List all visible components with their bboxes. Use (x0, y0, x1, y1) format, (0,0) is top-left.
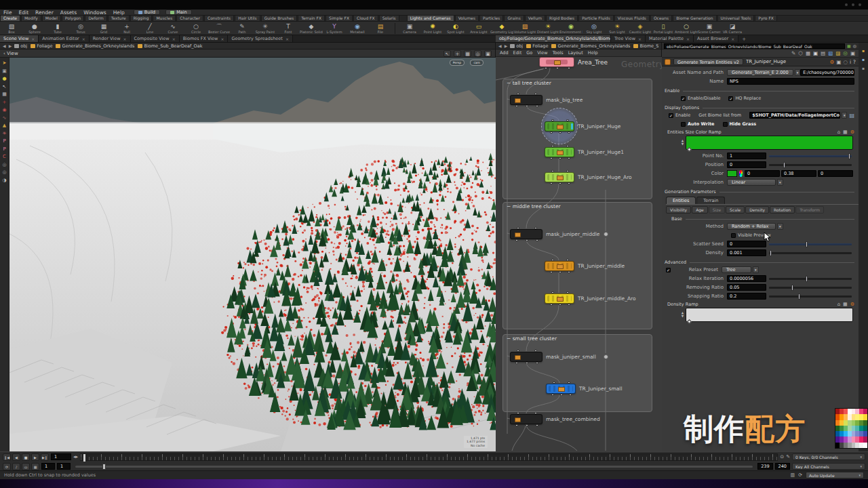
param-toolbar-icon-1[interactable]: ⬡ (798, 50, 803, 56)
close-tab-icon[interactable]: × (220, 37, 224, 41)
tool-scene-camera[interactable]: ▣Scene Camera (698, 23, 721, 34)
jump-start-button[interactable]: ❙◀ (3, 453, 11, 461)
param-toolbar-icon-8[interactable]: ▣ (850, 50, 855, 56)
tab-scale[interactable]: Scale (726, 206, 745, 214)
close-tab-icon[interactable]: × (82, 37, 85, 41)
nav-back-icon[interactable]: ◀ (3, 43, 6, 48)
parameter-path-field[interactable]: obj/Foliage/Generate_Biomes_OrkneyIsland… (664, 43, 845, 49)
menu-edit[interactable]: Edit (16, 9, 33, 16)
close-tab-icon[interactable]: × (638, 37, 642, 41)
search-icon[interactable]: ◌ (843, 59, 848, 65)
left-tool-icon-2[interactable]: ● (2, 77, 6, 81)
pane-tab-biomes-fx-view[interactable]: Biomes FX View× (180, 35, 229, 42)
node-tr-juniper-middle-aro[interactable] (545, 293, 574, 304)
tool-torus[interactable]: ◎Torus (69, 23, 92, 34)
playbar-option-1[interactable]: ♪ (12, 463, 20, 470)
relax-iteration-slider[interactable] (769, 278, 852, 280)
slider-handle[interactable] (848, 153, 850, 159)
tool-sun-light[interactable]: ☀Sun Light (606, 23, 629, 34)
spin-buttons[interactable]: ▾ (753, 266, 759, 273)
close-tab-icon[interactable]: × (31, 37, 35, 41)
viewport-tool-icon-2[interactable]: ▦ (464, 50, 471, 57)
node-mask-tree-combined[interactable] (510, 414, 542, 424)
ramp-bar[interactable] (686, 136, 853, 150)
close-tab-icon[interactable]: × (172, 37, 176, 41)
viewport-tool-icon-3[interactable]: ◎ (474, 50, 481, 57)
left-tool-icon-10[interactable]: P (3, 139, 5, 144)
wire-dot[interactable] (604, 354, 608, 359)
menu-windows[interactable]: Windows (80, 9, 109, 16)
desktop-selector[interactable]: Build (134, 9, 160, 15)
network-canvas[interactable]: Geometry − tall tree cluster− middle tre… (496, 57, 662, 451)
param-toolbar-icon-2[interactable]: ▦ (806, 50, 810, 56)
position-slider[interactable] (769, 164, 852, 166)
pane-tab-animation-editor[interactable]: Animation Editor× (39, 35, 89, 42)
tool-path[interactable]: ✎Path (231, 23, 254, 34)
shelf-tab-model[interactable]: Model (42, 16, 61, 21)
get-biome-list-from-field[interactable]: $SHOT_PATH/Data/FoliageImportConfig_Orkn… (749, 112, 840, 119)
tab-entities[interactable]: Entities (666, 197, 696, 204)
param-toolbar-icon-0[interactable]: ✎ (791, 50, 795, 56)
range-a-field[interactable]: 239 (757, 463, 772, 470)
pane-tab-render-view[interactable]: Render View× (90, 35, 131, 42)
tool-file[interactable]: ▤File (369, 23, 392, 34)
file-browse-icon[interactable]: ▤ (849, 113, 854, 119)
left-tool-icon-11[interactable]: P (3, 147, 5, 152)
timeline-edit-icon[interactable]: ✎ (786, 454, 790, 460)
left-tool-icon-12[interactable]: C (3, 155, 6, 159)
playbar-option-2[interactable]: ▭ (22, 463, 30, 470)
key-all-dropdown[interactable]: Key All Channels▾ (792, 463, 865, 470)
range-slider-handle[interactable] (102, 464, 106, 470)
checkbox-enable-disable[interactable]: ✓Enable/Disable (681, 96, 728, 101)
tool-sphere[interactable]: ●Sphere (23, 23, 46, 34)
scene-selector[interactable]: Main (165, 9, 192, 15)
network-box-small-tree-cluster[interactable]: − small tree cluster (502, 334, 652, 412)
breadcrumb-generate-biomes-orkneyislands[interactable]: Generate_Biomes_OrkneyIslands (551, 43, 630, 49)
left-tool-icon-3[interactable]: ↖ (3, 85, 7, 89)
shelf-tab-cloud-fx[interactable]: Cloud FX (353, 16, 378, 21)
shelf-tab-solaris[interactable]: Solaris (379, 16, 399, 21)
tab-density[interactable]: Density (745, 206, 769, 214)
shelf-tab-volumes[interactable]: Volumes (455, 16, 479, 21)
keys-dropdown[interactable]: 0 Keys, 0/0 Channels▾ (792, 453, 865, 460)
breadcrumb-biome-sub-beardeaf-oak[interactable]: Biome_Sub_BearDeaf_Oak (138, 43, 202, 49)
pane-tab-scene-view[interactable]: Scene View× (0, 35, 39, 42)
viewport-scene[interactable] (9, 58, 496, 451)
camera-view-button[interactable]: cam (470, 60, 484, 66)
method-dropdown[interactable]: Random + Relax (727, 223, 776, 230)
node-tr-juniper-small[interactable] (546, 384, 576, 394)
shelf-tab-biome-generation[interactable]: Biome Generation (673, 16, 716, 21)
checkbox-enable[interactable]: ✓Enable (669, 113, 698, 118)
node-tr-juniper-huge-aro[interactable] (545, 172, 574, 182)
pane-tab-asset-browser[interactable]: Asset Browser× (694, 35, 738, 42)
node-tr-juniper-middle[interactable] (545, 261, 574, 271)
tab-visibility[interactable]: Visibility (666, 206, 691, 214)
tool-box[interactable]: ▧Box (0, 23, 23, 34)
relax-preset-dropdown[interactable]: Tree (722, 266, 751, 273)
net-nav-forward-icon[interactable]: ▶ (505, 43, 508, 48)
jump-end-button[interactable]: ▶❙ (41, 453, 49, 461)
pane-tab-material-palette[interactable]: Material Palette× (646, 35, 694, 42)
close-tab-icon[interactable]: × (731, 37, 734, 41)
ramp-bar[interactable] (686, 308, 853, 322)
playhead[interactable] (83, 454, 85, 462)
ramp-icon-2[interactable]: ⚙ (850, 129, 854, 135)
edge-icon-1[interactable]: ▪ (862, 57, 865, 62)
shelf-tab-deform[interactable]: Deform (85, 16, 106, 21)
position-field[interactable]: 0 (727, 161, 766, 168)
pane-tab-geometry-spreadsheet[interactable]: Geometry Spreadsheet× (228, 35, 292, 42)
path-pin-icon[interactable]: ▦ (847, 43, 851, 48)
name-field[interactable]: NPS (727, 78, 854, 85)
breadcrumb-foliage[interactable]: Foliage (526, 43, 548, 49)
slider-handle[interactable] (770, 250, 772, 256)
tool-tube[interactable]: ▮Tube (46, 23, 69, 34)
playback-range-slider[interactable] (75, 466, 753, 468)
breadcrumb-obj[interactable]: obj (510, 43, 523, 49)
range-start-field[interactable]: 1 (41, 463, 55, 470)
breadcrumb-generate-biomes-orkneyislands[interactable]: Generate_Biomes_OrkneyIslands (56, 43, 134, 49)
playbar-option-0[interactable]: ⟳ (3, 463, 11, 470)
left-tool-icon-6[interactable]: ◉ (2, 108, 6, 113)
tool-grid[interactable]: ▦Grid (92, 23, 115, 34)
frame-step-icons[interactable]: ◂▸ (73, 454, 78, 460)
relax-iteration-field[interactable]: 0.0000056 (727, 275, 766, 282)
